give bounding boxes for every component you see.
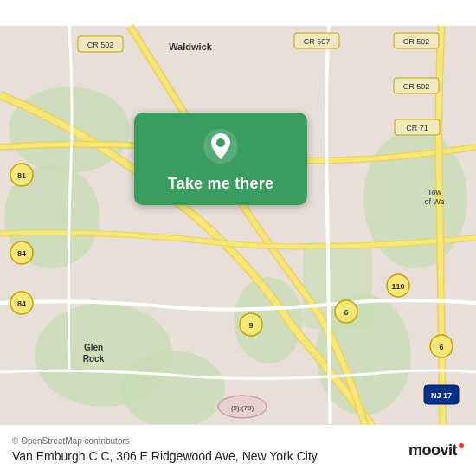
svg-text:6: 6 [344,308,348,317]
svg-text:Glen: Glen [84,343,103,352]
svg-text:110: 110 [391,282,404,291]
map-background: CR 502 CR 507 CR 502 CR 502 CR 71 81 84 … [0,0,476,476]
svg-text:Rock: Rock [83,354,105,363]
svg-text:CR 502: CR 502 [403,82,430,91]
svg-text:of Wa: of Wa [424,197,444,206]
bottom-bar: © OpenStreetMap contributors Van Emburgh… [0,424,476,476]
svg-point-43 [216,138,225,147]
svg-text:CR 502: CR 502 [403,37,430,46]
moovit-logo: moovit [408,441,464,460]
svg-text:CR 502: CR 502 [87,41,114,49]
svg-text:84: 84 [17,249,26,258]
map-container: CR 502 CR 507 CR 502 CR 502 CR 71 81 84 … [0,0,476,476]
svg-point-7 [121,351,225,428]
copyright-text: © OpenStreetMap contributors [12,436,400,446]
svg-text:81: 81 [17,171,26,180]
svg-text:CR 71: CR 71 [406,124,428,132]
moovit-logo-dot [459,443,464,448]
svg-text:CR 507: CR 507 [304,37,331,46]
svg-text:Tow: Tow [428,188,442,196]
svg-text:(9);(79): (9);(79) [231,404,254,412]
location-pin-icon [203,128,239,164]
moovit-logo-text: moovit [408,441,457,460]
svg-text:Waldwick: Waldwick [169,42,213,52]
take-me-there-card[interactable]: Take me there [134,113,307,205]
svg-text:NJ 17: NJ 17 [431,391,452,400]
take-me-there-button[interactable]: Take me there [168,175,273,193]
svg-text:84: 84 [17,299,26,308]
svg-text:9: 9 [248,321,253,330]
svg-text:6: 6 [439,343,443,351]
address-info: © OpenStreetMap contributors Van Emburgh… [12,436,400,466]
address-line: Van Emburgh C C, 306 E Ridgewood Ave, Ne… [12,448,400,466]
